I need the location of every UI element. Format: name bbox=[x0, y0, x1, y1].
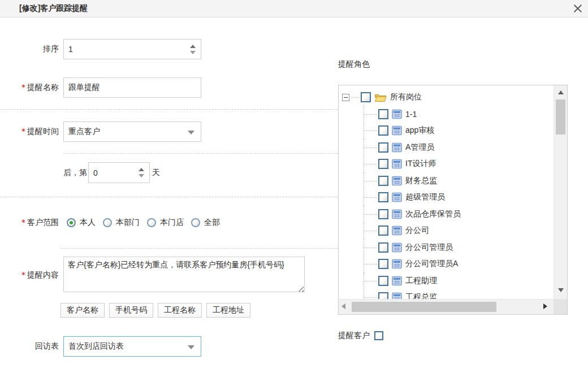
tree-item-checkbox[interactable] bbox=[378, 209, 388, 219]
tree-root-label[interactable]: 所有岗位 bbox=[390, 92, 422, 102]
required-asterisk: * bbox=[21, 83, 25, 92]
time-select[interactable]: 重点客户 bbox=[63, 122, 201, 142]
radio-icon[interactable] bbox=[147, 218, 156, 227]
scope-radio-group: 本人 本部门 本门店 全部 bbox=[67, 218, 220, 228]
radio-option-quanbu[interactable]: 全部 bbox=[191, 218, 220, 228]
tree-item-row: 超级管理员 bbox=[342, 189, 554, 206]
tree-item-checkbox[interactable] bbox=[378, 159, 388, 169]
spinner-down-icon[interactable] bbox=[190, 51, 196, 54]
remind-customer-label: 提醒客户 bbox=[338, 331, 370, 341]
radio-option-benbumen[interactable]: 本部门 bbox=[103, 218, 140, 228]
tree-item-label[interactable]: 工程助理 bbox=[405, 276, 437, 286]
tree-item-label[interactable]: app审核 bbox=[405, 125, 434, 136]
sort-input[interactable]: 1 bbox=[63, 39, 201, 59]
role-table-icon bbox=[392, 125, 402, 136]
scroll-left-icon[interactable] bbox=[341, 303, 345, 309]
name-input[interactable]: 跟单提醒 bbox=[63, 77, 201, 98]
tree-connector bbox=[351, 97, 360, 98]
tree-item-label[interactable]: 分公司管理员A bbox=[405, 259, 458, 269]
insert-project-name-button[interactable]: 工程名称 bbox=[158, 303, 202, 318]
radio-icon[interactable] bbox=[191, 218, 200, 227]
scope-label: *客户范围 bbox=[0, 218, 61, 228]
tree-item-label[interactable]: 次品仓库保管员 bbox=[405, 209, 461, 219]
sort-spinner[interactable] bbox=[190, 40, 197, 59]
tree-item-checkbox[interactable] bbox=[378, 192, 388, 202]
roles-tree-viewport[interactable]: 所有岗位 1-1 app审核 A管理员 IT设计师 财务总监 超级管理员 次品仓… bbox=[339, 85, 554, 299]
tree-item-label[interactable]: 超级管理员 bbox=[405, 192, 445, 202]
name-label: *提醒名称 bbox=[0, 83, 61, 93]
tree-item-checkbox[interactable] bbox=[378, 242, 388, 253]
tree-item-row: 财务总监 bbox=[342, 172, 554, 189]
content-textarea[interactable]: 客户{客户名称}已经转为重点，请联系客户预约量房{手机号码} bbox=[63, 257, 305, 292]
tree-item-label[interactable]: 工程总监 bbox=[405, 292, 437, 299]
tree-item-checkbox[interactable] bbox=[378, 276, 388, 286]
sort-label: 排序 bbox=[0, 44, 61, 54]
days-spinner[interactable] bbox=[139, 163, 145, 183]
spinner-down-icon[interactable] bbox=[139, 174, 144, 177]
insert-project-address-button[interactable]: 工程地址 bbox=[206, 303, 250, 318]
tree-item-row: 分公司管理员A bbox=[342, 256, 554, 273]
tree-item-row: 分公司管理员 bbox=[342, 239, 554, 256]
visit-form-select[interactable]: 首次到店回访表 bbox=[63, 336, 201, 357]
time-label: *提醒时间 bbox=[0, 127, 61, 137]
days-input[interactable]: 0 bbox=[88, 162, 150, 183]
vertical-scrollbar[interactable] bbox=[554, 85, 567, 299]
tree-item-checkbox[interactable] bbox=[378, 142, 388, 153]
chevron-down-icon[interactable] bbox=[188, 345, 194, 349]
sort-value: 1 bbox=[68, 45, 73, 54]
tree-item-label[interactable]: A管理员 bbox=[405, 142, 434, 153]
scroll-right-icon[interactable] bbox=[543, 303, 547, 309]
tree-item-checkbox[interactable] bbox=[378, 225, 388, 236]
time-row: *提醒时间 重点客户 bbox=[0, 122, 338, 142]
tree-item-label[interactable]: IT设计师 bbox=[405, 159, 436, 169]
insert-customer-name-button[interactable]: 客户名称 bbox=[60, 303, 105, 318]
tree-item-row: A管理员 bbox=[342, 139, 554, 156]
dialog-title: [修改]客户跟踪提醒 bbox=[19, 3, 88, 14]
vertical-scrollbar-thumb[interactable] bbox=[556, 99, 565, 135]
horizontal-scrollbar[interactable] bbox=[339, 299, 554, 314]
tree-item-row: 1-1 bbox=[342, 106, 554, 123]
folder-open-icon bbox=[374, 93, 387, 102]
time-selected-value: 重点客户 bbox=[68, 127, 100, 137]
tree-item-row: 工程助理 bbox=[342, 272, 554, 289]
role-table-icon bbox=[392, 209, 402, 219]
tree-item-checkbox[interactable] bbox=[378, 176, 388, 186]
role-table-icon bbox=[392, 176, 402, 186]
tree-item-checkbox[interactable] bbox=[378, 125, 388, 136]
scroll-down-icon[interactable] bbox=[558, 288, 564, 292]
tree-item-row: 次品仓库保管员 bbox=[342, 206, 554, 223]
radio-icon[interactable] bbox=[103, 218, 112, 227]
spinner-up-icon[interactable] bbox=[190, 45, 196, 48]
close-icon[interactable] bbox=[571, 2, 585, 15]
content-textarea-wrap: 客户{客户名称}已经转为重点，请联系客户预约量房{手机号码} bbox=[63, 257, 305, 294]
insert-phone-number-button[interactable]: 手机号码 bbox=[109, 303, 153, 318]
collapse-icon[interactable] bbox=[342, 94, 349, 101]
reminder-roles-panel: 提醒角色 所有岗位 bbox=[338, 59, 571, 341]
remind-customer-row: 提醒客户 bbox=[338, 331, 571, 341]
horizontal-scrollbar-thumb[interactable] bbox=[352, 302, 496, 312]
role-table-icon bbox=[392, 192, 402, 202]
radio-label: 本门店 bbox=[160, 218, 184, 228]
spinner-up-icon[interactable] bbox=[139, 168, 144, 171]
chevron-down-icon[interactable] bbox=[188, 131, 194, 135]
radio-label: 本部门 bbox=[116, 218, 140, 228]
days-row: 后，第 0 天 bbox=[0, 162, 338, 183]
radio-icon[interactable] bbox=[67, 218, 76, 227]
tree-item-checkbox[interactable] bbox=[378, 109, 388, 119]
remind-customer-checkbox[interactable] bbox=[374, 331, 383, 340]
tree-item-checkbox[interactable] bbox=[378, 292, 388, 299]
tree-item-label[interactable]: 分公司管理员 bbox=[405, 242, 453, 253]
scroll-up-icon[interactable] bbox=[558, 90, 564, 94]
tree-item-label[interactable]: 分公司 bbox=[405, 225, 429, 236]
content-row: *提醒内容 客户{客户名称}已经转为重点，请联系客户预约量房{手机号码} bbox=[0, 257, 338, 294]
tree-item-label[interactable]: 1-1 bbox=[405, 110, 417, 119]
scrollbar-corner bbox=[554, 299, 567, 314]
tree-item-checkbox[interactable] bbox=[378, 259, 388, 269]
visit-form-label: 回访表 bbox=[0, 341, 61, 352]
radio-option-benmendian[interactable]: 本门店 bbox=[147, 218, 184, 228]
tree-root-checkbox[interactable] bbox=[361, 92, 371, 102]
required-asterisk: * bbox=[21, 270, 25, 279]
tree-item-label[interactable]: 财务总监 bbox=[405, 176, 437, 186]
dialog-header: [修改]客户跟踪提醒 bbox=[0, 0, 588, 18]
radio-option-benren[interactable]: 本人 bbox=[67, 218, 96, 228]
